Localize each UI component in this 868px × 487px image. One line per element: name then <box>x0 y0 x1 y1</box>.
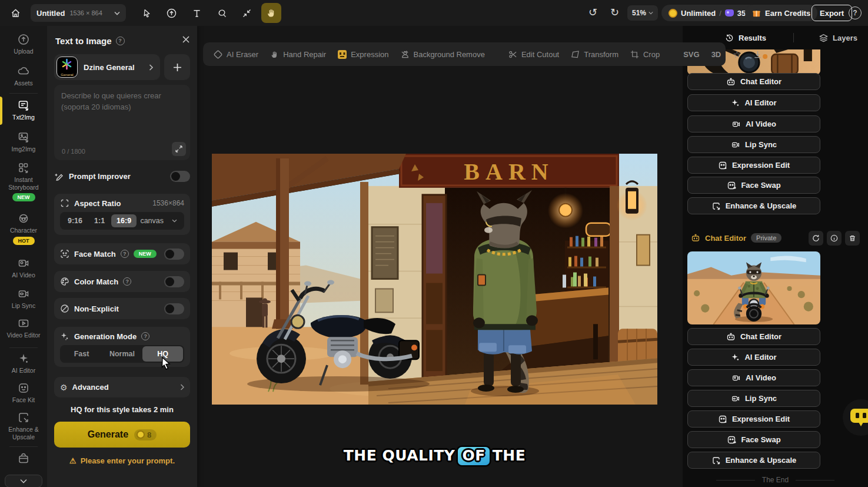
expression-edit-button[interactable]: Expression Edit <box>687 157 820 174</box>
help-icon[interactable]: ? <box>141 332 149 340</box>
panel-title: Text to Image <box>55 36 112 46</box>
upload-tool[interactable] <box>161 3 181 23</box>
zoom-level-dropdown[interactable]: 51% <box>627 5 658 21</box>
ai-editor-button[interactable]: AI Editor <box>687 349 820 366</box>
face-kit-icon <box>17 382 30 395</box>
generated-image[interactable]: BARN <box>212 154 657 405</box>
result-thumbnail-2[interactable] <box>687 251 820 324</box>
crop-icon <box>630 50 639 59</box>
expand-button[interactable] <box>172 142 186 156</box>
info-button[interactable] <box>827 231 842 246</box>
ai-editor-label: AI Editor <box>744 353 776 362</box>
robot-icon <box>726 332 736 342</box>
tab-layers[interactable]: Layers <box>819 34 857 42</box>
document-title-dropdown[interactable]: Untitled 1536 × 864 <box>31 4 126 22</box>
aspect-option-1-1[interactable]: 1:1 <box>89 214 110 227</box>
mode-normal[interactable]: Normal <box>102 346 142 362</box>
sidebar-item-character[interactable]: Character HOT <box>0 212 47 245</box>
help-icon[interactable]: ? <box>123 277 131 286</box>
ai-editor-label: AI Editor <box>744 98 776 107</box>
expression-edit-label: Expression Edit <box>732 415 790 423</box>
regenerate-button[interactable] <box>809 231 823 246</box>
download-button[interactable] <box>753 50 762 59</box>
ai-video-button[interactable]: AI Video <box>687 115 820 132</box>
non-explicit-toggle[interactable] <box>164 303 184 314</box>
lip-sync-button[interactable]: Lip Sync <box>687 136 820 153</box>
cursor-icon <box>142 8 152 18</box>
tab-results[interactable]: Results <box>725 34 766 42</box>
help-icon[interactable]: ? <box>121 250 129 258</box>
enhance-upscale-button[interactable]: Enhance & Upscale <box>687 197 820 214</box>
advanced-row[interactable]: ⚙ Advanced <box>54 377 190 397</box>
expression-button[interactable]: Expression <box>338 50 388 59</box>
generate-button[interactable]: Generate 8 <box>54 422 190 448</box>
face-swap-button[interactable]: Face Swap <box>687 431 820 448</box>
sidebar-item-upload[interactable]: Upload <box>0 33 47 55</box>
sidebar-item-assets[interactable]: Assets <box>0 65 47 87</box>
lip-sync-icon <box>17 287 30 300</box>
sidebar-item-ai-editor[interactable]: AI Editor <box>0 352 47 375</box>
add-style-button[interactable] <box>164 54 190 80</box>
close-icon[interactable] <box>182 35 190 46</box>
chevron-down-icon <box>20 479 27 483</box>
chat-editor-button[interactable]: Chat Editor <box>687 328 820 345</box>
ai-editor-button[interactable]: AI Editor <box>687 94 820 111</box>
model-selector[interactable]: General Dzine General <box>54 54 160 80</box>
collapse-tool[interactable] <box>237 3 257 23</box>
prompt-input[interactable] <box>61 91 184 143</box>
sidebar-item-ai-video[interactable]: AI Video <box>0 257 47 279</box>
svg-button[interactable]: SVG <box>683 50 699 59</box>
crop-button[interactable]: Crop <box>630 50 660 59</box>
ai-video-button[interactable]: AI Video <box>687 369 820 386</box>
chat-editor-button[interactable]: Chat Editor <box>687 73 820 90</box>
brush-icon <box>217 8 227 18</box>
export-button[interactable]: Export <box>812 5 852 21</box>
ai-eraser-button[interactable]: AI Eraser <box>214 50 258 59</box>
expression-edit-button[interactable]: Expression Edit <box>687 410 820 428</box>
hand-repair-button[interactable]: Hand Repair <box>270 50 326 59</box>
sidebar-item-enhance-upscale[interactable]: Enhance & Upscale <box>0 411 47 440</box>
sidebar-item-face-kit[interactable]: Face Kit <box>0 382 47 404</box>
transform-button[interactable]: Transform <box>571 50 618 59</box>
sidebar-collapse-button[interactable] <box>5 475 42 487</box>
aspect-canvas-dropdown[interactable]: canvas <box>140 217 182 225</box>
undo-icon[interactable]: ↺ <box>588 7 597 18</box>
hand-tool[interactable] <box>261 3 281 23</box>
sidebar-item-img2img[interactable]: Img2Img <box>0 131 47 153</box>
sidebar-item-txt2img[interactable]: Txt2Img <box>0 99 47 121</box>
credits-pill[interactable]: Unlimited / 351 <box>661 5 757 21</box>
mode-fast[interactable]: Fast <box>61 346 102 362</box>
chat-editor-label: Chat Editor <box>740 77 781 86</box>
face-match-toggle[interactable] <box>164 249 184 260</box>
aspect-option-16-9[interactable]: 16:9 <box>111 214 137 227</box>
redo-icon[interactable]: ↻ <box>610 7 619 18</box>
edit-cutout-button[interactable]: Edit Cutout <box>508 50 559 59</box>
lip-sync-button[interactable]: Lip Sync <box>687 390 820 407</box>
ai-video-label: AI Video <box>746 373 776 382</box>
aspect-option-9-16[interactable]: 9:16 <box>62 214 88 227</box>
3d-button[interactable]: 3D <box>711 50 721 59</box>
text-tool[interactable] <box>187 3 207 23</box>
earn-credits-button[interactable]: Earn Credits <box>745 5 817 21</box>
home-icon <box>10 8 21 19</box>
earn-credits-label: Earn Credits <box>765 9 810 18</box>
sidebar-item-label: Instant Storyboard <box>0 176 47 191</box>
delete-button[interactable] <box>845 231 860 246</box>
plus-icon <box>173 63 182 72</box>
prompt-improver-toggle[interactable] <box>170 171 190 182</box>
sidebar-item-lip-sync[interactable]: Lip Sync <box>0 287 47 310</box>
purple-credit-icon <box>725 9 734 16</box>
sidebar-item-store[interactable] <box>0 452 47 467</box>
select-tool[interactable] <box>137 3 157 23</box>
color-match-toggle[interactable] <box>164 276 184 287</box>
help-icon[interactable]: ? <box>116 37 125 45</box>
face-swap-button[interactable]: Face Swap <box>687 177 820 194</box>
home-button[interactable] <box>6 4 25 22</box>
favorite-button[interactable]: ☆ <box>733 49 741 60</box>
background-remove-button[interactable]: Background Remove <box>401 50 485 59</box>
sidebar-item-instant-storyboard[interactable]: Instant Storyboard NEW <box>0 161 47 201</box>
enhance-upscale-button[interactable]: Enhance & Upscale <box>687 452 820 469</box>
help-icon[interactable]: ? <box>849 6 862 19</box>
sidebar-item-video-editor[interactable]: Video Editor <box>0 317 47 339</box>
brush-tool[interactable] <box>212 3 232 23</box>
